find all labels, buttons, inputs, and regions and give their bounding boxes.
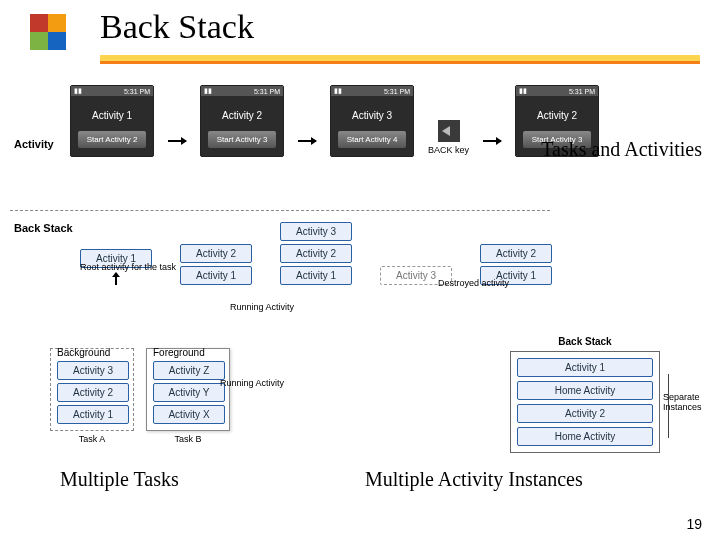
phone-row: ▮▮5:31 PM Activity 1 Start Activity 2 ▮▮… <box>70 85 599 157</box>
root-label: Root activity for the task <box>80 262 176 272</box>
title-rule <box>100 55 700 61</box>
stack-2: Activity 2 Activity 1 <box>180 244 252 285</box>
start-button[interactable]: Start Activity 4 <box>338 131 406 148</box>
running-label: Running Activity <box>230 302 294 312</box>
back-icon <box>438 120 460 142</box>
slide-logo <box>30 14 70 54</box>
caption-multiple-instances: Multiple Activity Instances <box>365 468 583 491</box>
phone-1: ▮▮5:31 PM Activity 1 Start Activity 2 <box>70 85 154 157</box>
phone-3: ▮▮5:31 PM Activity 3 Start Activity 4 <box>330 85 414 157</box>
arrow-icon <box>483 140 501 142</box>
running-activity-2: Running Activity <box>220 378 284 388</box>
destroyed-label: Destroyed activity <box>438 278 509 288</box>
slide-title: Back Stack <box>100 8 254 46</box>
caption-multiple-tasks: Multiple Tasks <box>60 468 179 491</box>
row-label-activity: Activity <box>14 138 54 150</box>
stack-row: Activity 1 Activity 2 Activity 1 Activit… <box>80 222 552 285</box>
back-key-block: BACK key <box>428 120 469 155</box>
row-label-back-stack: Back Stack <box>14 222 73 234</box>
stack-3: Activity 3 Activity 2 Activity 1 <box>280 222 352 285</box>
start-button[interactable]: Start Activity 2 <box>78 131 146 148</box>
back-stack-instances: Back Stack Activity 1 Home Activity Acti… <box>510 336 660 453</box>
divider <box>10 210 550 211</box>
start-button[interactable]: Start Activity 3 <box>208 131 276 148</box>
annotation-tasks-activities: Tasks and Activities <box>541 138 702 161</box>
arrow-icon <box>168 140 186 142</box>
page-number: 19 <box>686 516 702 532</box>
arrow-icon <box>298 140 316 142</box>
up-arrow-icon <box>115 273 117 285</box>
phone-2: ▮▮5:31 PM Activity 2 Start Activity 3 <box>200 85 284 157</box>
multiple-tasks-diagram: Background Activity 3 Activity 2 Activit… <box>50 348 230 444</box>
